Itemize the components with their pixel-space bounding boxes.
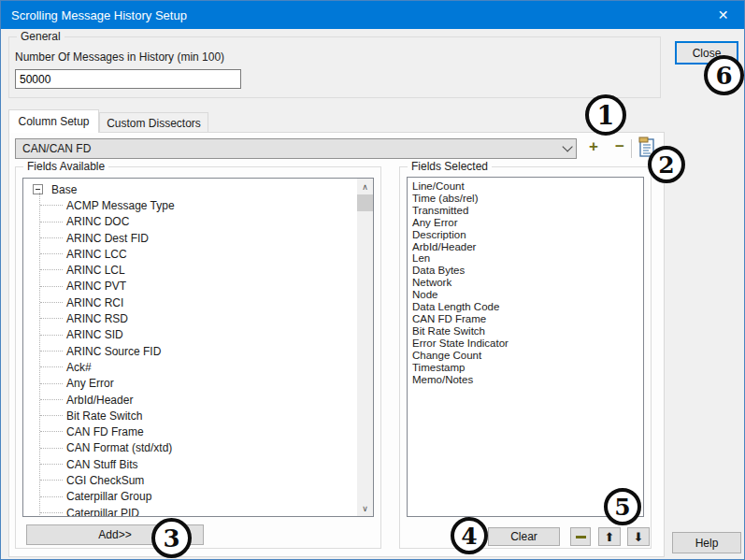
- annotation-circle-4: 4: [451, 517, 488, 554]
- fields-selected-list[interactable]: Line/CountTime (abs/rel)TransmittedAny E…: [407, 177, 644, 517]
- tree-item[interactable]: ARINC RCI: [27, 294, 373, 310]
- close-icon[interactable]: ✕: [702, 1, 744, 29]
- toolbar-separator: [631, 139, 632, 158]
- tree-item[interactable]: ARINC PVT: [27, 279, 373, 294]
- list-item[interactable]: Data Bytes: [412, 265, 643, 277]
- list-item[interactable]: Memo/Notes: [412, 374, 643, 386]
- tree-item[interactable]: ARINC LCL: [27, 262, 373, 278]
- tab-custom-dissectors[interactable]: Custom Dissectors: [99, 112, 208, 133]
- list-item[interactable]: Change Count: [412, 350, 643, 362]
- remove-protocol-button[interactable]: −: [615, 137, 624, 156]
- tree-item[interactable]: Bit Rate Switch: [27, 408, 373, 424]
- list-item[interactable]: Error State Indicator: [412, 337, 643, 350]
- tree-item[interactable]: ARINC Dest FID: [27, 230, 373, 246]
- tree-item[interactable]: ArbId/Header: [27, 392, 373, 408]
- tree-item[interactable]: Caterpillar Group: [27, 489, 373, 505]
- messages-history-input[interactable]: [15, 69, 241, 89]
- tree-item[interactable]: ARINC DOC: [27, 214, 373, 230]
- protocol-dropdown-value: CAN/CAN FD: [22, 142, 91, 155]
- messages-history-label: Number Of Messages in History (min 100): [15, 50, 224, 64]
- fields-available-label: Fields Available: [23, 160, 108, 173]
- tree-item[interactable]: CAN Stuff Bits: [27, 456, 373, 472]
- tree-item[interactable]: ARINC SID: [27, 327, 373, 343]
- annotation-circle-6: 6: [704, 55, 744, 95]
- fields-available-list[interactable]: Base ACMP Message TypeARINC DOCARINC Des…: [22, 178, 374, 517]
- tab-column-setup[interactable]: Column Setup: [8, 109, 99, 133]
- protocol-dropdown[interactable]: CAN/CAN FD: [15, 138, 577, 159]
- list-item[interactable]: Len: [412, 252, 643, 265]
- chevron-down-icon: [562, 141, 572, 151]
- move-down-button[interactable]: ⬇: [627, 527, 650, 546]
- collapse-icon[interactable]: [33, 184, 43, 194]
- list-item[interactable]: ArbId/Header: [412, 241, 643, 253]
- tree-root-label: Base: [51, 183, 77, 196]
- list-item[interactable]: Transmitted: [412, 205, 643, 217]
- tree-children: ACMP Message TypeARINC DOCARINC Dest FID…: [27, 197, 373, 517]
- scroll-up-icon[interactable]: ∧: [357, 179, 373, 194]
- list-item[interactable]: Network: [412, 277, 643, 289]
- tree-item[interactable]: Any Error: [27, 376, 373, 392]
- tree-root-row[interactable]: Base: [27, 181, 373, 197]
- scroll-down-icon[interactable]: ∨: [357, 500, 373, 516]
- tree-item[interactable]: Caterpillar PID: [27, 505, 373, 517]
- tree-item[interactable]: ACMP Message Type: [27, 197, 373, 213]
- tree-item[interactable]: CAN FD Frame: [27, 424, 373, 439]
- fields-available-group: Fields Available Base ACMP Message TypeA…: [15, 166, 381, 549]
- add-protocol-button[interactable]: +: [589, 137, 598, 156]
- list-item[interactable]: Description: [412, 229, 643, 241]
- dialog-scrolling-message-history-setup: Scrolling Message History Setup ✕ Genera…: [0, 0, 745, 560]
- list-item[interactable]: Data Length Code: [412, 301, 643, 313]
- annotation-circle-1: 1: [585, 94, 626, 136]
- scrollbar[interactable]: ∧ ∨: [357, 179, 373, 516]
- general-group: General Number Of Messages in History (m…: [8, 36, 661, 98]
- annotation-circle-2: 2: [648, 146, 685, 183]
- list-item[interactable]: Timestamp: [412, 362, 643, 374]
- help-button[interactable]: Help: [672, 532, 741, 553]
- title-bar: Scrolling Message History Setup ✕: [1, 1, 744, 29]
- tree-item[interactable]: ARINC LCC: [27, 246, 373, 262]
- remove-field-button[interactable]: [570, 527, 591, 546]
- list-item[interactable]: Line/Count: [412, 180, 643, 193]
- column-setup-panel: CAN/CAN FD + − Fields Available: [8, 132, 665, 557]
- clear-button[interactable]: Clear: [488, 527, 560, 546]
- list-item[interactable]: Time (abs/rel): [412, 193, 643, 205]
- window-title: Scrolling Message History Setup: [11, 8, 187, 22]
- fields-tree: Base ACMP Message TypeARINC DOCARINC Des…: [23, 179, 373, 517]
- tree-item[interactable]: ARINC Source FID: [27, 343, 373, 359]
- tree-item[interactable]: CAN Format (std/xtd): [27, 440, 373, 456]
- tree-item[interactable]: ARINC RSD: [27, 310, 373, 326]
- annotation-circle-3: 3: [151, 518, 192, 558]
- list-item[interactable]: CAN FD Frame: [412, 313, 643, 325]
- list-item[interactable]: Any Error: [412, 217, 643, 229]
- scrollbar-thumb[interactable]: [357, 194, 373, 211]
- move-up-button[interactable]: ⬆: [598, 527, 621, 546]
- tree-item[interactable]: CGI CheckSum: [27, 472, 373, 488]
- tree-item[interactable]: Ack#: [27, 359, 373, 375]
- minus-icon: [576, 536, 586, 538]
- general-group-label: General: [17, 30, 64, 43]
- annotation-circle-5: 5: [604, 488, 641, 525]
- fields-selected-label: Fields Selected: [408, 160, 492, 173]
- list-item[interactable]: Bit Rate Switch: [412, 325, 643, 337]
- list-item[interactable]: Node: [412, 289, 643, 301]
